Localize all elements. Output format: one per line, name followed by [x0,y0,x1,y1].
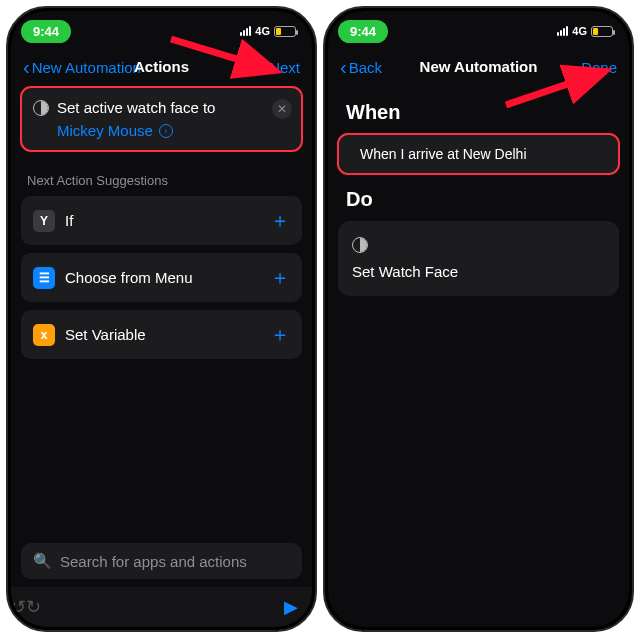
if-icon: Y [33,210,55,232]
when-condition-row[interactable]: When I arrive at New Delhi [338,134,619,174]
status-time-pill[interactable]: 9:44 [338,20,388,43]
suggestion-row[interactable]: Y If ＋ [21,196,302,245]
suggestion-row[interactable]: x Set Variable ＋ [21,310,302,359]
nav-bar: ‹ New Automation Actions Next [11,51,312,87]
x-icon: ✕ [277,102,287,116]
status-bar: 9:44 4G [328,11,629,51]
search-placeholder: Search for apps and actions [60,553,247,570]
action-text: Set active watch face to [57,99,215,116]
phone-right: 9:44 4G ‹ Back New Automation Done When [323,6,634,632]
chevron-left-icon: ‹ [23,57,30,77]
battery-icon [591,26,613,37]
signal-bars-icon [557,26,568,36]
add-icon[interactable]: ＋ [270,264,290,291]
suggestion-list: Y If ＋ ☰ Choose from Menu ＋ [21,196,302,359]
network-label: 4G [255,25,270,37]
status-bar: 9:44 4G [11,11,312,51]
menu-icon: ☰ [33,267,55,289]
play-icon[interactable]: ▶ [284,596,298,618]
do-header: Do [338,174,619,221]
add-icon[interactable]: ＋ [270,321,290,348]
done-button[interactable]: Done [581,59,617,76]
undo-icon[interactable]: ↺ [11,596,26,618]
battery-icon [274,26,296,37]
nav-title: New Automation [420,58,538,75]
search-icon: 🔍 [33,552,52,570]
when-header: When [338,87,619,134]
action-card[interactable]: Set active watch face to Mickey Mouse › … [21,87,302,151]
watchface-icon [352,237,368,253]
back-button[interactable]: ‹ Back [340,57,382,77]
phone-left: 9:44 4G ‹ New Automation Actions Next [6,6,317,632]
back-label: Back [349,59,382,76]
status-time-pill[interactable]: 9:44 [21,20,71,43]
suggestions-header: Next Action Suggestions [21,151,302,196]
signal-bars-icon [240,26,251,36]
search-input[interactable]: 🔍 Search for apps and actions [21,543,302,579]
network-label: 4G [572,25,587,37]
nav-bar: ‹ Back New Automation Done [328,51,629,87]
do-card[interactable]: Set Watch Face [338,221,619,296]
clear-action-button[interactable]: ✕ [272,99,292,119]
back-button[interactable]: ‹ New Automation [23,57,141,77]
next-button[interactable]: Next [269,59,300,76]
bottom-toolbar: ↺ ↻ ▶ [11,587,312,627]
param-value: Mickey Mouse [57,122,153,139]
back-label: New Automation [32,59,141,76]
suggestion-row[interactable]: ☰ Choose from Menu ＋ [21,253,302,302]
variable-icon: x [33,324,55,346]
redo-icon[interactable]: ↻ [26,596,41,618]
suggestion-label: If [65,212,73,229]
when-text: When I arrive at New Delhi [360,146,527,162]
action-parameter[interactable]: Mickey Mouse › [57,122,290,139]
add-icon[interactable]: ＋ [270,207,290,234]
suggestion-label: Set Variable [65,326,146,343]
do-action-label: Set Watch Face [352,263,458,280]
chevron-left-icon: ‹ [340,57,347,77]
chevron-right-circle-icon: › [159,124,173,138]
suggestion-label: Choose from Menu [65,269,193,286]
watchface-icon [33,100,49,116]
nav-title: Actions [134,58,189,75]
